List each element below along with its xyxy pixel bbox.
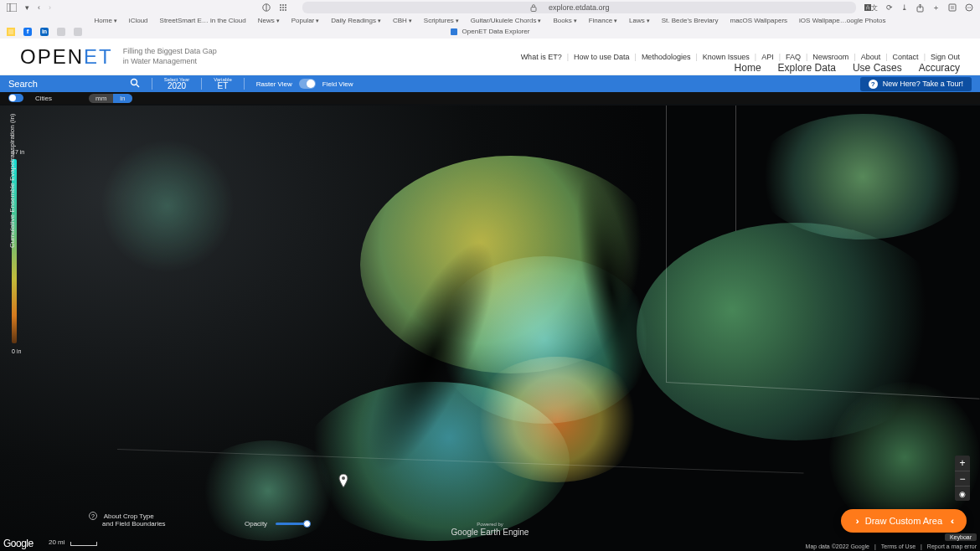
bookmark-item[interactable]: CBH <box>393 17 412 24</box>
download-icon[interactable]: ⤓ <box>901 3 908 12</box>
bookmark-item[interactable]: St. Bede's Breviary <box>662 17 719 24</box>
bookmark-item[interactable]: Finance <box>589 17 617 24</box>
zoom-in-button[interactable]: + <box>955 456 970 471</box>
svg-point-6 <box>280 7 281 8</box>
bookmark-item[interactable]: Popular <box>291 17 320 24</box>
linkedin-icon[interactable]: in <box>40 28 49 36</box>
svg-point-10 <box>282 9 284 11</box>
logo[interactable]: OPENET <box>20 45 113 69</box>
bookmark-item[interactable]: iCloud <box>129 17 148 24</box>
add-tab-icon[interactable]: ＋ <box>932 3 940 13</box>
bookmark-item[interactable]: StreetSmart E… in the Cloud <box>160 17 246 24</box>
bookmark-item[interactable]: iOS Wallpape…oogle Photos <box>799 17 885 24</box>
legend-title: Cumulative Ensemble Evapotranspiration (… <box>8 113 16 248</box>
sidebar-icon[interactable] <box>7 3 17 12</box>
bookmark-item[interactable]: Scriptures <box>424 17 459 24</box>
tagline: Filling the Biggest Data Gap in Water Ma… <box>123 47 217 66</box>
address-bar[interactable]: explore.etdata.org <box>302 2 856 13</box>
tabs-icon[interactable] <box>948 3 957 12</box>
attrib-terms[interactable]: Terms of Use <box>881 543 916 549</box>
map-canvas[interactable]: 47 in 0 in Cumulative Ensemble Evapotran… <box>0 106 980 551</box>
bookmark-item[interactable]: Laws <box>629 17 650 24</box>
search-label: Search <box>8 79 38 89</box>
main-nav: HomeExplore DataUse CasesAccuracy <box>735 62 960 74</box>
help-icon: ? <box>869 80 878 89</box>
draw-custom-area-button[interactable]: ››› Draw Custom Area ‹‹‹ <box>841 509 967 533</box>
nav-item[interactable]: Accuracy <box>919 62 960 74</box>
svg-point-8 <box>285 7 286 8</box>
svg-point-19 <box>970 7 971 8</box>
share-icon[interactable] <box>916 3 924 13</box>
map-pin-icon[interactable] <box>338 474 348 487</box>
attrib-report[interactable]: Report a map error <box>927 543 977 549</box>
top-link[interactable]: About <box>861 53 881 61</box>
switch-icon[interactable] <box>299 79 316 89</box>
zoom-out-button[interactable]: − <box>955 471 970 486</box>
url-text: explore.etdata.org <box>549 3 610 12</box>
browser-chrome: ▾ ‹ › explore.etdata.org 🅰︎文 ⟳ ⤓ ＋ <box>0 0 980 39</box>
tagline-line2: in Water Management <box>123 57 197 65</box>
chevron-down-icon[interactable]: ▾ <box>25 3 29 12</box>
top-link[interactable]: Sign Out <box>931 53 960 61</box>
sub-bar: Cities mm in <box>0 92 980 104</box>
bookmark-item[interactable]: News <box>258 17 280 24</box>
zoom-controls: + − ◉ <box>955 456 970 501</box>
view-toggle[interactable]: Raster View Field View <box>256 79 353 89</box>
svg-point-5 <box>285 4 286 6</box>
field-label: Field View <box>322 80 353 88</box>
about-crop-link[interactable]: ? About Crop Type and Field Boundaries <box>89 512 166 528</box>
nav-item[interactable]: Use Cases <box>853 62 902 74</box>
svg-point-23 <box>342 476 345 480</box>
tab-strip: f in OpenET Data Explorer <box>0 28 980 39</box>
top-link[interactable]: Newsroom <box>812 53 848 61</box>
top-link[interactable]: Contact <box>893 53 919 61</box>
attrib-data: Map data ©2022 Google <box>806 543 869 549</box>
translate-icon[interactable]: 🅰︎文 <box>864 3 878 13</box>
tour-label: New Here? Take a Tour! <box>883 80 963 88</box>
year-select[interactable]: Select Year 2020 <box>164 77 189 91</box>
svg-point-17 <box>967 7 968 8</box>
raster-label: Raster View <box>256 80 292 88</box>
fav-icon-grey2[interactable] <box>74 28 82 36</box>
unit-mm[interactable]: mm <box>89 94 113 103</box>
top-link[interactable]: Methodologies <box>642 53 691 61</box>
svg-line-22 <box>137 85 139 87</box>
draw-label: Draw Custom Area <box>865 516 942 526</box>
forward-icon[interactable]: › <box>49 3 51 12</box>
bookmark-item[interactable]: Daily Readings <box>331 17 381 24</box>
bookmark-item[interactable]: Home <box>95 17 117 24</box>
top-link[interactable]: FAQ <box>786 53 801 61</box>
reload-icon[interactable]: ⟳ <box>886 3 893 12</box>
bookmark-item[interactable]: Guitar/Ukulele Chords <box>471 17 542 24</box>
fav-icon-grey1[interactable] <box>57 28 65 36</box>
nav-item[interactable]: Home <box>735 62 761 74</box>
cities-label: Cities <box>35 95 52 102</box>
cities-toggle[interactable] <box>8 94 23 102</box>
shield-icon[interactable] <box>262 3 271 12</box>
back-icon[interactable]: ‹ <box>38 3 40 12</box>
top-link[interactable]: API <box>761 53 774 61</box>
locate-button[interactable]: ◉ <box>955 486 970 501</box>
fav-icon[interactable] <box>7 28 15 36</box>
apps-icon[interactable] <box>279 3 287 12</box>
legend-min: 0 in <box>12 348 21 354</box>
search-icon[interactable] <box>130 78 140 90</box>
nav-item[interactable]: Explore Data <box>778 62 836 74</box>
svg-point-7 <box>282 7 284 8</box>
bookmark-item[interactable]: Books <box>553 17 576 24</box>
top-link[interactable]: Known Issues <box>703 53 750 61</box>
unit-toggle[interactable]: mm in <box>89 94 132 103</box>
opacity-slider[interactable]: Opacity <box>245 520 307 528</box>
overflow-icon[interactable] <box>965 3 973 12</box>
unit-in[interactable]: in <box>113 94 132 103</box>
svg-point-4 <box>282 4 284 6</box>
svg-rect-0 <box>7 3 17 12</box>
tour-button[interactable]: ? New Here? Take a Tour! <box>860 77 972 91</box>
top-link[interactable]: How to use Data <box>574 53 630 61</box>
facebook-icon[interactable]: f <box>23 28 32 36</box>
bookmark-item[interactable]: macOS Wallpapers <box>730 17 787 24</box>
tab-title[interactable]: OpenET Data Explorer <box>462 28 530 35</box>
svg-rect-15 <box>951 6 954 9</box>
variable-select[interactable]: Variable ET <box>214 77 232 91</box>
top-link[interactable]: What is ET? <box>521 53 562 61</box>
